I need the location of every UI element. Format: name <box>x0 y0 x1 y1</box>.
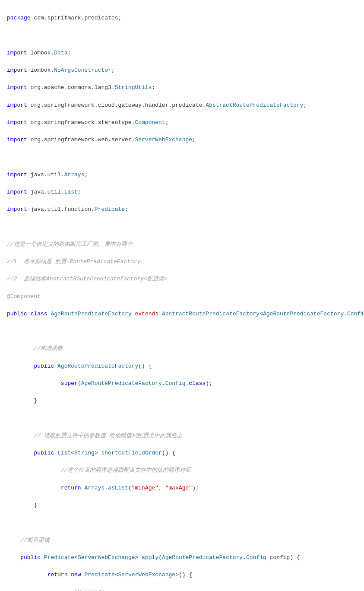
line-import-5: import org.springframework.stereotype.Co… <box>7 118 357 127</box>
line-blank-1 <box>7 31 357 40</box>
line-comment-order: //这个位置的顺序必须跟配置文件中的值的顺序对应 <box>7 466 357 475</box>
line-blank-5 <box>7 414 357 423</box>
line-close-shortcut: } <box>7 501 357 510</box>
line-comment-predicate: //断言逻辑 <box>7 536 357 545</box>
line-import-6: import org.springframework.web.server.Se… <box>7 136 357 144</box>
line-import-4: import org.springframework.cloud.gateway… <box>7 101 357 110</box>
line-comment-2: //1 名字必须是 配置+RoutePredicateFactory <box>7 257 357 266</box>
line-comment-3: //2 必须继承AbstractRoutePredicateFactory<配置… <box>7 275 357 283</box>
code-editor: package com.spiritmark.predicates; impor… <box>7 5 357 591</box>
line-constructor-sig: public AgeRoutePredicateFactory() { <box>7 362 357 371</box>
line-blank-3 <box>7 223 357 232</box>
line-super-call: super(AgeRoutePredicateFactory.Config.cl… <box>7 379 357 388</box>
line-annotation-component: @Component <box>7 292 357 301</box>
line-import-1: import lombok.Data; <box>7 49 357 57</box>
line-close-constructor: } <box>7 397 357 405</box>
line-override: @Override <box>7 588 357 591</box>
line-package: package com.spiritmark.predicates; <box>7 14 357 22</box>
line-import-8: import java.util.List; <box>7 188 357 197</box>
line-import-3: import org.apache.commons.lang3.StringUt… <box>7 83 357 92</box>
line-import-2: import lombok.NoArgsConstructor; <box>7 66 357 75</box>
line-shortcut-sig: public List<String> shortcutFieldOrder()… <box>7 449 357 458</box>
line-return-new: return new Predicate<ServerWebExchange>(… <box>7 571 357 579</box>
line-blank-4 <box>7 327 357 336</box>
line-import-7: import java.util.Arrays; <box>7 171 357 179</box>
line-apply-sig: public Predicate<ServerWebExchange> appl… <box>7 553 357 562</box>
line-comment-constructor: //构造函数 <box>7 344 357 353</box>
line-comment-config-read: // 读取配置文件中的参数值 给他赋值到配置类中的属性上 <box>7 432 357 440</box>
line-comment-1: //这是一个自定义的路由断言工厂类, 要求有两个 <box>7 240 357 249</box>
line-blank-6 <box>7 518 357 527</box>
line-class-decl: public class AgeRoutePredicateFactory ex… <box>7 310 357 318</box>
line-return-arrays: return Arrays.asList("minAge", "maxAge")… <box>7 484 357 492</box>
line-import-9: import java.util.function.Predicate; <box>7 205 357 214</box>
line-blank-2 <box>7 153 357 162</box>
